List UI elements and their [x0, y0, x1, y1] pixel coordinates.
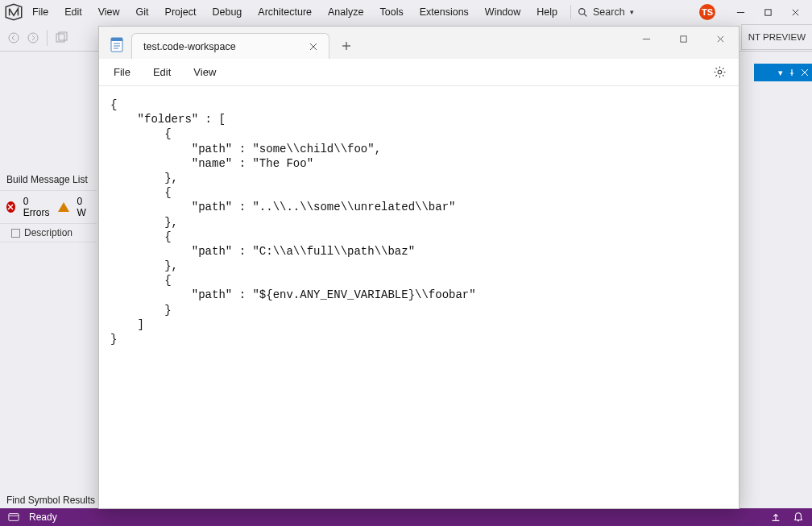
- notepad-minimize-button[interactable]: [628, 27, 665, 51]
- close-icon[interactable]: [801, 68, 809, 77]
- status-ready: Ready: [29, 512, 57, 523]
- notepad-app-icon: [109, 35, 125, 54]
- vs-minimize-button[interactable]: [727, 2, 754, 22]
- build-message-title: Build Message List: [0, 169, 97, 191]
- nav-back-icon[interactable]: [5, 29, 23, 47]
- vs-close-button[interactable]: [781, 2, 809, 22]
- pin-icon[interactable]: [788, 68, 796, 77]
- vs-logo-icon: [3, 2, 24, 23]
- warnings-count: 0 W: [77, 196, 90, 218]
- notepad-titlebar[interactable]: test.code-workspace: [99, 27, 739, 59]
- vs-menu-window[interactable]: Window: [477, 3, 528, 21]
- svg-rect-3: [764, 9, 770, 14]
- svg-rect-26: [680, 35, 686, 41]
- bell-icon[interactable]: [793, 512, 804, 523]
- vs-menu-architecture[interactable]: Architecture: [250, 3, 320, 21]
- notepad-menu-edit[interactable]: Edit: [142, 61, 182, 83]
- vs-menu-extensions[interactable]: Extensions: [412, 3, 477, 21]
- errors-count: 0 Errors: [23, 196, 50, 218]
- new-project-icon[interactable]: [52, 29, 70, 47]
- vs-search-box[interactable]: Search ▾: [570, 5, 640, 19]
- notepad-menu-view[interactable]: View: [182, 61, 227, 83]
- vs-menu-help[interactable]: Help: [528, 3, 566, 21]
- notepad-tab-title: test.code-workspace: [143, 41, 236, 52]
- vs-menu-tools[interactable]: Tools: [372, 3, 412, 21]
- notepad-window: test.code-workspace File Edit View: [98, 26, 740, 509]
- description-column-header[interactable]: Description: [0, 223, 97, 242]
- vs-menu-view[interactable]: View: [90, 3, 128, 21]
- svg-point-6: [9, 33, 19, 43]
- gear-icon: [713, 65, 727, 79]
- vs-right-blue-header: ▾: [754, 64, 812, 81]
- notepad-editor[interactable]: { "folders" : [ { "path" : "some\\child\…: [99, 86, 739, 508]
- column-icon: [11, 229, 20, 238]
- notepad-menu-file[interactable]: File: [102, 61, 142, 83]
- find-symbol-results-header: Find Symbol Results: [0, 492, 102, 508]
- vs-menu-file[interactable]: File: [24, 3, 56, 21]
- notepad-new-tab-button[interactable]: [334, 34, 358, 58]
- upload-icon[interactable]: [770, 512, 781, 523]
- plus-icon: [342, 41, 351, 51]
- visual-studio-window: File Edit View Git Project Debug Archite…: [0, 0, 812, 526]
- vs-menu-analyze[interactable]: Analyze: [320, 3, 371, 21]
- notepad-menubar: File Edit View: [99, 59, 739, 86]
- vs-menubar: File Edit View Git Project Debug Archite…: [0, 0, 812, 24]
- chevron-down-icon: ▾: [630, 8, 634, 16]
- notepad-settings-button[interactable]: [708, 61, 731, 84]
- svg-rect-17: [111, 38, 122, 41]
- notepad-close-button[interactable]: [702, 27, 739, 51]
- vs-right-header: NT PREVIEW: [741, 24, 812, 50]
- svg-rect-14: [9, 514, 19, 521]
- output-icon[interactable]: [8, 512, 19, 523]
- user-avatar-badge[interactable]: TS: [699, 4, 715, 20]
- vs-search-label: Search: [593, 6, 625, 18]
- vs-menu-edit[interactable]: Edit: [56, 3, 90, 21]
- vs-maximize-button[interactable]: [754, 2, 781, 22]
- notepad-tab-close-button[interactable]: [306, 39, 321, 54]
- close-icon: [309, 43, 317, 51]
- vs-statusbar: Ready: [0, 508, 812, 526]
- notepad-tab[interactable]: test.code-workspace: [131, 33, 329, 59]
- nav-fwd-icon[interactable]: [24, 29, 42, 47]
- build-message-counts: 0 Errors 0 W: [0, 191, 97, 223]
- chevron-down-icon[interactable]: ▾: [778, 68, 783, 78]
- notepad-maximize-button[interactable]: [665, 27, 702, 51]
- build-message-panel: Build Message List 0 Errors 0 W Descript…: [0, 169, 97, 242]
- vs-menu-project[interactable]: Project: [157, 3, 205, 21]
- search-icon: [578, 7, 588, 18]
- description-header-label: Description: [24, 227, 72, 238]
- svg-line-1: [584, 14, 586, 16]
- warning-icon: [58, 202, 69, 212]
- svg-point-0: [579, 8, 585, 14]
- error-icon: [6, 201, 15, 213]
- vs-menu-git[interactable]: Git: [128, 3, 157, 21]
- vs-menu-debug[interactable]: Debug: [204, 3, 250, 21]
- vs-right-header-text: NT PREVIEW: [748, 32, 806, 42]
- svg-point-29: [718, 70, 722, 74]
- svg-point-7: [28, 33, 38, 43]
